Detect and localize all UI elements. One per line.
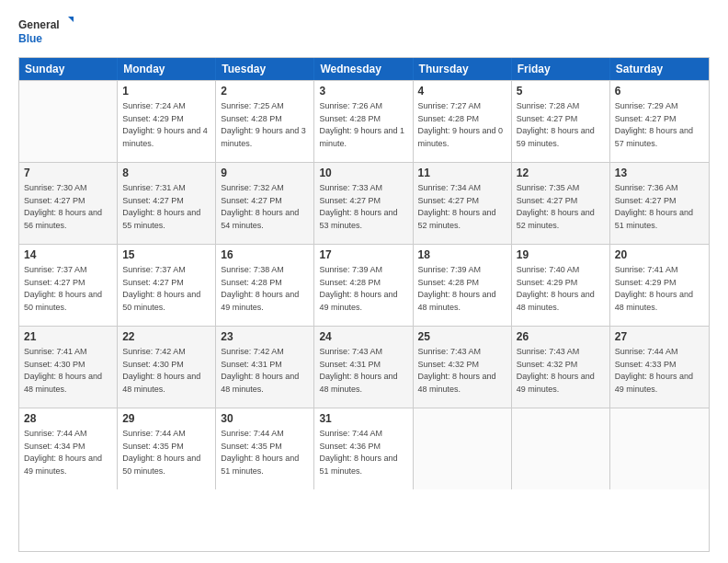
day-cell-28: 28 Sunrise: 7:44 AM Sunset: 4:34 PM Dayl…	[19, 408, 118, 489]
header-sunday: Sunday	[19, 58, 118, 80]
day-info: Sunrise: 7:37 AM Sunset: 4:27 PM Dayligh…	[24, 264, 112, 314]
day-cell-25: 25 Sunrise: 7:43 AM Sunset: 4:32 PM Dayl…	[414, 327, 512, 408]
day-number: 25	[418, 330, 506, 343]
day-info: Sunrise: 7:37 AM Sunset: 4:27 PM Dayligh…	[122, 264, 210, 314]
day-info: Sunrise: 7:26 AM Sunset: 4:28 PM Dayligh…	[319, 100, 407, 150]
day-number: 4	[418, 85, 506, 98]
header-thursday: Thursday	[414, 58, 512, 80]
day-cell-17: 17 Sunrise: 7:39 AM Sunset: 4:28 PM Dayl…	[314, 245, 413, 326]
day-info: Sunrise: 7:27 AM Sunset: 4:28 PM Dayligh…	[418, 100, 506, 150]
day-number: 9	[221, 167, 309, 179]
day-number: 6	[615, 85, 704, 98]
day-cell-15: 15 Sunrise: 7:37 AM Sunset: 4:27 PM Dayl…	[118, 245, 216, 326]
day-info: Sunrise: 7:42 AM Sunset: 4:30 PM Dayligh…	[122, 346, 210, 396]
day-cell-2: 2 Sunrise: 7:25 AM Sunset: 4:28 PM Dayli…	[216, 81, 314, 162]
day-info: Sunrise: 7:41 AM Sunset: 4:29 PM Dayligh…	[615, 264, 704, 314]
day-number: 23	[221, 330, 309, 343]
calendar-body: 1 Sunrise: 7:24 AM Sunset: 4:29 PM Dayli…	[19, 80, 709, 489]
day-number: 5	[517, 85, 605, 98]
page: General Blue SundayMondayTuesdayWednesda…	[0, 0, 728, 563]
day-cell-1: 1 Sunrise: 7:24 AM Sunset: 4:29 PM Dayli…	[118, 81, 216, 162]
day-number: 26	[517, 330, 605, 343]
day-cell-4: 4 Sunrise: 7:27 AM Sunset: 4:28 PM Dayli…	[414, 81, 512, 162]
day-info: Sunrise: 7:31 AM Sunset: 4:27 PM Dayligh…	[122, 182, 210, 232]
empty-cell-0-0	[19, 81, 118, 162]
header-saturday: Saturday	[610, 58, 709, 80]
day-info: Sunrise: 7:44 AM Sunset: 4:35 PM Dayligh…	[122, 428, 210, 477]
day-cell-23: 23 Sunrise: 7:42 AM Sunset: 4:31 PM Dayl…	[216, 327, 314, 408]
day-number: 1	[122, 85, 210, 98]
day-number: 8	[122, 167, 210, 179]
day-number: 22	[122, 330, 210, 343]
day-cell-16: 16 Sunrise: 7:38 AM Sunset: 4:28 PM Dayl…	[216, 245, 314, 326]
calendar-week-5: 28 Sunrise: 7:44 AM Sunset: 4:34 PM Dayl…	[19, 408, 709, 489]
day-number: 13	[615, 167, 704, 179]
day-info: Sunrise: 7:32 AM Sunset: 4:27 PM Dayligh…	[221, 182, 309, 232]
day-cell-7: 7 Sunrise: 7:30 AM Sunset: 4:27 PM Dayli…	[19, 163, 118, 244]
day-info: Sunrise: 7:42 AM Sunset: 4:31 PM Dayligh…	[221, 346, 309, 396]
svg-marker-2	[68, 17, 74, 24]
day-cell-14: 14 Sunrise: 7:37 AM Sunset: 4:27 PM Dayl…	[19, 245, 118, 326]
day-cell-6: 6 Sunrise: 7:29 AM Sunset: 4:27 PM Dayli…	[610, 81, 709, 162]
day-cell-18: 18 Sunrise: 7:39 AM Sunset: 4:28 PM Dayl…	[414, 245, 512, 326]
day-number: 30	[221, 412, 309, 425]
day-cell-29: 29 Sunrise: 7:44 AM Sunset: 4:35 PM Dayl…	[118, 408, 216, 489]
empty-cell-4-5	[512, 408, 610, 489]
day-number: 29	[122, 412, 210, 425]
day-info: Sunrise: 7:30 AM Sunset: 4:27 PM Dayligh…	[24, 182, 112, 232]
day-cell-9: 9 Sunrise: 7:32 AM Sunset: 4:27 PM Dayli…	[216, 163, 314, 244]
day-number: 17	[319, 248, 407, 261]
day-info: Sunrise: 7:38 AM Sunset: 4:28 PM Dayligh…	[221, 264, 309, 314]
day-info: Sunrise: 7:29 AM Sunset: 4:27 PM Dayligh…	[615, 100, 704, 150]
calendar-week-1: 1 Sunrise: 7:24 AM Sunset: 4:29 PM Dayli…	[19, 80, 709, 162]
empty-cell-4-6	[610, 408, 709, 489]
day-number: 21	[24, 330, 112, 343]
empty-cell-4-4	[414, 408, 512, 489]
svg-text:General: General	[18, 18, 60, 31]
day-cell-22: 22 Sunrise: 7:42 AM Sunset: 4:30 PM Dayl…	[118, 327, 216, 408]
calendar: SundayMondayTuesdayWednesdayThursdayFrid…	[18, 57, 710, 552]
logo: General Blue	[18, 15, 74, 48]
day-info: Sunrise: 7:43 AM Sunset: 4:32 PM Dayligh…	[517, 346, 605, 396]
calendar-week-3: 14 Sunrise: 7:37 AM Sunset: 4:27 PM Dayl…	[19, 244, 709, 326]
day-number: 31	[319, 412, 407, 425]
day-number: 11	[418, 167, 506, 179]
day-info: Sunrise: 7:41 AM Sunset: 4:30 PM Dayligh…	[24, 346, 112, 396]
header-friday: Friday	[512, 58, 610, 80]
day-info: Sunrise: 7:35 AM Sunset: 4:27 PM Dayligh…	[517, 182, 605, 232]
day-cell-8: 8 Sunrise: 7:31 AM Sunset: 4:27 PM Dayli…	[118, 163, 216, 244]
day-cell-30: 30 Sunrise: 7:44 AM Sunset: 4:35 PM Dayl…	[216, 408, 314, 489]
day-info: Sunrise: 7:39 AM Sunset: 4:28 PM Dayligh…	[319, 264, 407, 314]
day-cell-12: 12 Sunrise: 7:35 AM Sunset: 4:27 PM Dayl…	[512, 163, 610, 244]
day-number: 12	[517, 167, 605, 179]
header: General Blue	[18, 15, 710, 48]
calendar-week-4: 21 Sunrise: 7:41 AM Sunset: 4:30 PM Dayl…	[19, 326, 709, 408]
svg-text:Blue: Blue	[18, 32, 42, 45]
header-tuesday: Tuesday	[216, 58, 314, 80]
day-info: Sunrise: 7:24 AM Sunset: 4:29 PM Dayligh…	[122, 100, 210, 150]
header-monday: Monday	[118, 58, 216, 80]
day-cell-31: 31 Sunrise: 7:44 AM Sunset: 4:36 PM Dayl…	[314, 408, 413, 489]
logo-svg: General Blue	[18, 15, 74, 48]
day-number: 27	[615, 330, 704, 343]
day-info: Sunrise: 7:44 AM Sunset: 4:34 PM Dayligh…	[24, 428, 112, 477]
header-wednesday: Wednesday	[314, 58, 413, 80]
day-number: 20	[615, 248, 704, 261]
day-info: Sunrise: 7:44 AM Sunset: 4:36 PM Dayligh…	[319, 428, 407, 477]
day-info: Sunrise: 7:44 AM Sunset: 4:35 PM Dayligh…	[221, 428, 309, 477]
day-info: Sunrise: 7:39 AM Sunset: 4:28 PM Dayligh…	[418, 264, 506, 314]
day-info: Sunrise: 7:44 AM Sunset: 4:33 PM Dayligh…	[615, 346, 704, 396]
day-info: Sunrise: 7:33 AM Sunset: 4:27 PM Dayligh…	[319, 182, 407, 232]
day-info: Sunrise: 7:34 AM Sunset: 4:27 PM Dayligh…	[418, 182, 506, 232]
day-number: 10	[319, 167, 407, 179]
day-info: Sunrise: 7:40 AM Sunset: 4:29 PM Dayligh…	[517, 264, 605, 314]
day-cell-24: 24 Sunrise: 7:43 AM Sunset: 4:31 PM Dayl…	[314, 327, 413, 408]
calendar-week-2: 7 Sunrise: 7:30 AM Sunset: 4:27 PM Dayli…	[19, 162, 709, 244]
day-number: 15	[122, 248, 210, 261]
day-cell-20: 20 Sunrise: 7:41 AM Sunset: 4:29 PM Dayl…	[610, 245, 709, 326]
day-number: 14	[24, 248, 112, 261]
day-cell-27: 27 Sunrise: 7:44 AM Sunset: 4:33 PM Dayl…	[610, 327, 709, 408]
day-number: 3	[319, 85, 407, 98]
day-cell-19: 19 Sunrise: 7:40 AM Sunset: 4:29 PM Dayl…	[512, 245, 610, 326]
day-number: 7	[24, 167, 112, 179]
